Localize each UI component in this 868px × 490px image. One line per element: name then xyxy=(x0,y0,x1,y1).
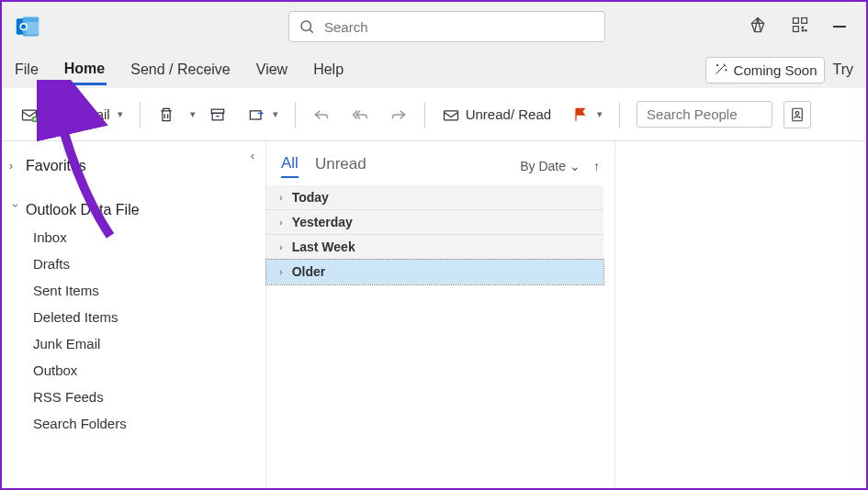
main-area: ‹ › Favorites › Outlook Data File Inbox … xyxy=(2,141,866,488)
reply-button[interactable] xyxy=(305,100,338,129)
forward-icon xyxy=(389,106,408,124)
unread-read-button[interactable]: Unread/ Read xyxy=(434,100,558,129)
minimize-button[interactable] xyxy=(833,26,846,28)
group-today[interactable]: › Today xyxy=(266,185,603,210)
svg-point-3 xyxy=(21,24,26,28)
global-search[interactable] xyxy=(288,11,605,42)
chevron-right-icon: › xyxy=(279,266,283,277)
svg-rect-22 xyxy=(250,110,261,118)
flag-button[interactable]: ▾ xyxy=(564,100,610,129)
group-label: Yesterday xyxy=(292,215,353,229)
filter-all[interactable]: All xyxy=(281,154,299,178)
tab-help[interactable]: Help xyxy=(311,56,345,84)
outlook-icon xyxy=(15,14,40,39)
folder-rss-feeds[interactable]: RSS Feeds xyxy=(9,384,265,410)
sort-dropdown[interactable]: By Date ⌄ ↑ xyxy=(520,159,600,173)
reply-all-button[interactable] xyxy=(344,100,377,129)
svg-point-25 xyxy=(795,111,799,115)
svg-point-16 xyxy=(725,69,726,70)
list-header: All Unread By Date ⌄ ↑ xyxy=(266,145,614,185)
tab-send-receive[interactable]: Send / Receive xyxy=(129,56,232,84)
folder-outbox[interactable]: Outbox xyxy=(9,357,265,384)
coming-soon-button[interactable]: Coming Soon xyxy=(705,57,826,84)
folder-drafts[interactable]: Drafts xyxy=(9,251,265,277)
folder-sent-items[interactable]: Sent Items xyxy=(9,277,265,304)
coming-soon-label: Coming Soon xyxy=(734,62,817,78)
move-icon xyxy=(247,106,265,124)
data-file-label: Outlook Data File xyxy=(26,202,140,218)
trash-icon xyxy=(157,106,175,124)
address-book-icon xyxy=(789,106,806,123)
data-file-section[interactable]: › Outlook Data File xyxy=(9,196,265,224)
address-book-button[interactable] xyxy=(783,101,811,128)
search-people-input[interactable] xyxy=(637,101,772,128)
envelope-icon xyxy=(442,106,460,124)
chevron-down-icon: ▾ xyxy=(273,108,278,120)
group-label: Today xyxy=(292,190,329,205)
sort-direction-icon[interactable]: ↑ xyxy=(593,159,600,173)
search-input[interactable] xyxy=(324,19,595,35)
collapse-nav-icon[interactable]: ‹ xyxy=(251,149,254,162)
divider xyxy=(295,102,296,128)
forward-button[interactable] xyxy=(382,100,415,129)
svg-rect-12 xyxy=(802,27,805,29)
chevron-right-icon: › xyxy=(279,217,283,228)
chevron-down-icon: ▾ xyxy=(118,108,123,120)
divider xyxy=(140,102,141,128)
wand-icon xyxy=(714,61,728,79)
flag-icon xyxy=(571,106,590,124)
unread-read-label: Unread/ Read xyxy=(466,106,551,122)
folder-junk-email[interactable]: Junk Email xyxy=(9,330,265,357)
try-button[interactable]: Try xyxy=(830,56,855,84)
tab-view[interactable]: View xyxy=(254,56,289,84)
search-icon xyxy=(299,18,315,35)
svg-point-15 xyxy=(716,64,717,65)
svg-rect-14 xyxy=(802,29,805,32)
reply-all-icon xyxy=(351,106,369,124)
svg-rect-11 xyxy=(794,27,799,32)
tab-home[interactable]: Home xyxy=(62,55,107,85)
ribbon-toolbar: New Email ▾ ▾ ▾ Unread/ Read ▾ xyxy=(2,88,866,141)
archive-icon xyxy=(209,106,227,124)
svg-rect-10 xyxy=(802,18,807,24)
new-email-label: New Email xyxy=(44,106,110,122)
svg-rect-9 xyxy=(794,18,799,24)
group-last-week[interactable]: › Last Week xyxy=(266,235,603,260)
new-email-button[interactable]: New Email ▾ xyxy=(13,100,130,129)
delete-dropdown[interactable]: ▾ xyxy=(190,108,196,120)
folder-search-folders[interactable]: Search Folders xyxy=(9,410,265,437)
chevron-right-icon: › xyxy=(9,160,22,173)
title-bar xyxy=(2,2,866,51)
group-label: Older xyxy=(292,264,326,279)
svg-rect-23 xyxy=(444,110,457,119)
folder-inbox[interactable]: Inbox xyxy=(9,224,265,251)
premium-icon[interactable] xyxy=(749,16,767,38)
chevron-down-icon: ▾ xyxy=(597,108,603,120)
archive-button[interactable] xyxy=(201,100,234,129)
reading-pane xyxy=(615,141,866,488)
favorites-section[interactable]: › Favorites xyxy=(9,152,265,180)
reply-icon xyxy=(312,106,331,124)
group-label: Last Week xyxy=(292,239,355,254)
delete-button[interactable] xyxy=(150,100,183,129)
chevron-right-icon: › xyxy=(279,241,283,252)
favorites-label: Favorites xyxy=(26,158,86,174)
qr-icon[interactable] xyxy=(791,16,809,38)
chevron-down-icon: › xyxy=(9,204,22,217)
mail-plus-icon xyxy=(20,106,39,124)
message-list-pane: All Unread By Date ⌄ ↑ › Today › Yesterd… xyxy=(266,141,615,488)
filter-unread[interactable]: Unread xyxy=(315,155,366,177)
tab-file[interactable]: File xyxy=(13,56,40,84)
group-older[interactable]: › Older xyxy=(266,260,603,284)
divider xyxy=(619,102,620,128)
menu-bar: File Home Send / Receive View Help Comin… xyxy=(2,51,866,88)
chevron-right-icon: › xyxy=(279,192,283,203)
move-button[interactable]: ▾ xyxy=(240,100,286,129)
svg-point-4 xyxy=(301,21,311,31)
group-yesterday[interactable]: › Yesterday xyxy=(266,210,603,235)
svg-line-5 xyxy=(310,29,312,32)
folder-deleted-items[interactable]: Deleted Items xyxy=(9,304,265,330)
svg-rect-13 xyxy=(805,29,807,32)
divider xyxy=(424,102,425,128)
chevron-down-icon: ⌄ xyxy=(569,159,581,173)
